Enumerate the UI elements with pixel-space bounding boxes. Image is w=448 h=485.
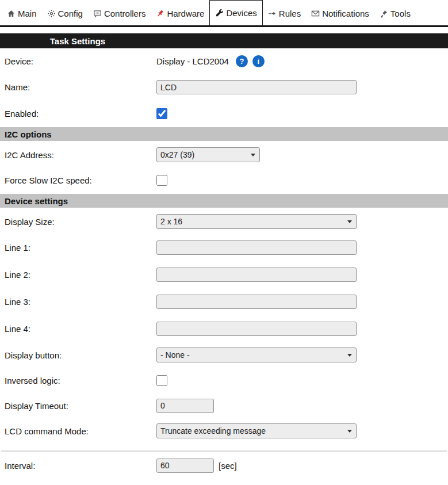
inversed-logic-row: Inversed logic:	[0, 368, 448, 393]
tab-label: Rules	[279, 9, 301, 18]
display-size-label: Display Size:	[5, 217, 156, 227]
i2c-address-row: I2C Address: 0x27 (39)	[0, 142, 448, 167]
i2c-options-section-header: I2C options	[0, 127, 448, 141]
i2c-address-label: I2C Address:	[5, 150, 156, 160]
enabled-row: Enabled:	[0, 101, 448, 126]
lcd-command-mode-row: LCD command Mode: Truncate exceeding mes…	[0, 418, 448, 444]
display-timeout-label: Display Timeout:	[5, 401, 156, 411]
inversed-logic-checkbox[interactable]	[156, 375, 167, 386]
name-label: Name:	[5, 82, 156, 92]
tab-hardware[interactable]: Hardware	[151, 2, 209, 25]
top-nav: Main Config Controllers Hardware Devices…	[0, 0, 448, 27]
device-value: Display - LCD2004	[156, 56, 229, 66]
task-settings-header: Task Settings	[0, 33, 448, 48]
interval-label: Interval:	[5, 461, 156, 471]
force-slow-i2c-row: Force Slow I2C speed:	[0, 167, 448, 193]
page-title: Task Settings	[0, 36, 155, 46]
lcd-command-mode-label: LCD command Mode:	[5, 426, 156, 436]
wrench-icon	[215, 9, 224, 17]
pushpin-icon	[156, 9, 164, 18]
device-row: Device: Display - LCD2004 ? i	[0, 48, 448, 74]
line3-input[interactable]	[156, 295, 357, 309]
enabled-checkbox[interactable]	[156, 108, 167, 119]
tab-config[interactable]: Config	[42, 2, 88, 25]
line2-label: Line 2:	[5, 270, 156, 280]
force-slow-i2c-label: Force Slow I2C speed:	[5, 175, 156, 185]
tab-main[interactable]: Main	[2, 2, 42, 25]
inversed-logic-label: Inversed logic:	[5, 376, 156, 385]
screwdriver-icon	[380, 9, 388, 18]
enabled-label: Enabled:	[5, 109, 156, 119]
line4-row: Line 4:	[0, 315, 448, 342]
divider	[1, 450, 447, 452]
tab-label: Controllers	[104, 9, 146, 18]
tab-label: Devices	[226, 8, 256, 18]
display-timeout-input[interactable]	[156, 399, 214, 413]
line4-input[interactable]	[156, 322, 357, 336]
device-label: Device:	[5, 56, 156, 66]
envelope-icon	[311, 9, 320, 18]
line1-row: Line 1:	[0, 234, 448, 261]
home-icon	[7, 9, 16, 18]
line4-label: Line 4:	[5, 324, 156, 334]
tab-label: Config	[58, 9, 83, 18]
line1-input[interactable]	[156, 240, 357, 255]
tab-rules[interactable]: Rules	[263, 2, 306, 25]
tab-controllers[interactable]: Controllers	[88, 2, 151, 25]
device-settings-section-header: Device settings	[0, 194, 448, 208]
name-input[interactable]	[156, 80, 357, 94]
display-button-row: Display button: - None -	[0, 342, 448, 368]
display-size-row: Display Size: 2 x 16	[0, 209, 448, 234]
interval-unit: [sec]	[219, 461, 237, 471]
name-row: Name:	[0, 74, 448, 101]
i2c-address-select[interactable]: 0x27 (39)	[156, 147, 260, 162]
tab-devices[interactable]: Devices	[209, 0, 262, 25]
tab-tools[interactable]: Tools	[374, 2, 416, 25]
display-button-label: Display button:	[5, 350, 156, 360]
tab-label: Notifications	[322, 9, 369, 18]
help-icon[interactable]: ?	[236, 55, 248, 67]
chat-bubble-icon	[93, 9, 102, 18]
flow-arrow-icon	[268, 9, 277, 18]
display-button-select[interactable]: - None -	[156, 347, 357, 362]
tab-label: Tools	[390, 9, 411, 18]
interval-input[interactable]	[156, 459, 214, 473]
line2-row: Line 2:	[0, 261, 448, 288]
line3-label: Line 3:	[5, 297, 156, 307]
force-slow-i2c-checkbox[interactable]	[156, 175, 167, 186]
line2-input[interactable]	[156, 268, 357, 282]
display-timeout-row: Display Timeout:	[0, 393, 448, 418]
lcd-command-mode-select[interactable]: Truncate exceeding message	[156, 423, 357, 438]
tab-label: Main	[18, 9, 37, 18]
gear-icon	[47, 9, 56, 18]
display-size-select[interactable]: 2 x 16	[156, 214, 357, 229]
tab-label: Hardware	[167, 9, 204, 18]
interval-row: Interval: [sec]	[0, 453, 448, 478]
line1-label: Line 1:	[5, 243, 156, 253]
line3-row: Line 3:	[0, 288, 448, 315]
info-icon[interactable]: i	[252, 55, 265, 67]
tab-notifications[interactable]: Notifications	[306, 2, 374, 25]
